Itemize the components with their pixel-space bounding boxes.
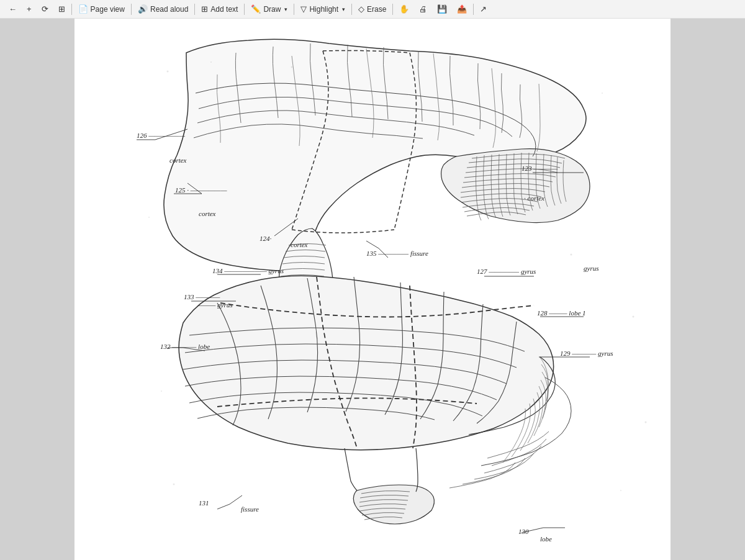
- print-button[interactable]: 🖨: [414, 1, 432, 17]
- label-134: 134 ——————— gyrus: [212, 267, 284, 274]
- label-123: 123 ————: [522, 165, 558, 172]
- svg-point-34: [645, 422, 647, 423]
- svg-point-35: [620, 490, 621, 491]
- save-button[interactable]: 💾: [432, 1, 452, 17]
- label-133: 133 ————: [184, 293, 220, 300]
- label-cortex1: cortex: [169, 156, 187, 164]
- toolbar: ← + ⟳ ⊞ 📄 Page view 🔊 Read aloud ⊞ Add t…: [0, 0, 745, 19]
- label-129: 129 ———— gyrus: [560, 350, 613, 357]
- svg-point-26: [167, 71, 169, 73]
- more-button[interactable]: ↗: [475, 1, 492, 17]
- label-135: 135 ————— fissure: [366, 250, 428, 257]
- more-icon: ↗: [480, 5, 487, 13]
- svg-point-28: [291, 66, 293, 68]
- read-aloud-icon: 🔊: [138, 5, 148, 13]
- back-button[interactable]: ←: [4, 1, 22, 17]
- add-button[interactable]: +: [22, 1, 37, 17]
- history-button[interactable]: ⟳: [37, 1, 53, 17]
- label-130: 130: [518, 528, 529, 535]
- svg-point-27: [210, 61, 212, 63]
- save-icon: 💾: [437, 5, 447, 13]
- history-icon: ⟳: [42, 5, 48, 13]
- read-aloud-button[interactable]: 🔊 Read aloud: [133, 1, 193, 17]
- svg-point-30: [571, 254, 572, 256]
- label-133-gyrus: ——— gyrus: [197, 301, 233, 309]
- label-131: 131: [199, 499, 209, 507]
- brain-diagram: 126 —————— cortex 125 · —————— cortex 12…: [74, 19, 670, 560]
- back-icon: ←: [9, 5, 17, 13]
- draw-chevron-icon: ▾: [284, 6, 287, 12]
- svg-point-29: [602, 93, 603, 94]
- export-button[interactable]: 📤: [452, 1, 472, 17]
- erase-button[interactable]: ◇ Erase: [353, 1, 391, 17]
- sep1: [71, 4, 72, 15]
- svg-point-36: [173, 484, 175, 485]
- hand-icon: ✋: [399, 5, 409, 13]
- document-page: 126 —————— cortex 125 · —————— cortex 12…: [74, 19, 670, 560]
- highlight-icon: ▽: [300, 5, 307, 13]
- add-text-label: Add text: [210, 5, 238, 14]
- draw-label: Draw: [263, 5, 281, 14]
- sep5: [294, 4, 294, 15]
- sep6: [351, 4, 352, 15]
- label-cortex4: · cortex: [524, 194, 544, 202]
- label-128: 128 ——— lobe 1: [537, 309, 586, 317]
- print-icon: 🖨: [419, 5, 427, 13]
- highlight-label: Highlight: [309, 5, 338, 14]
- svg-point-31: [148, 217, 150, 218]
- label-cortex2: cortex: [199, 210, 216, 217]
- read-aloud-label: Read aloud: [150, 5, 188, 14]
- brain-svg: 126 —————— cortex 125 · —————— cortex 12…: [74, 19, 670, 560]
- add-text-button[interactable]: ⊞ Add text: [196, 1, 243, 17]
- label-125: 125 · ——————: [175, 186, 227, 194]
- draw-icon: ✏️: [251, 5, 261, 13]
- sep8: [473, 4, 474, 15]
- sep4: [244, 4, 245, 15]
- svg-point-32: [633, 316, 634, 318]
- sep7: [392, 4, 393, 15]
- main-content: 126 —————— cortex 125 · —————— cortex 12…: [0, 19, 745, 560]
- draw-button[interactable]: ✏️ Draw ▾: [246, 1, 292, 17]
- add-text-icon: ⊞: [201, 5, 208, 13]
- erase-icon: ◇: [358, 5, 364, 13]
- label-127: 127 ————— gyrus: [477, 268, 536, 275]
- page-view-label: Page view: [91, 5, 125, 14]
- page-icon: 📄: [78, 5, 88, 13]
- sep3: [194, 4, 195, 15]
- page-view-button[interactable]: 📄 Page view: [73, 1, 130, 17]
- sep2: [131, 4, 132, 15]
- hand-button[interactable]: ✋: [394, 1, 414, 17]
- highlight-chevron-icon: ▾: [342, 6, 345, 12]
- label-132: 132 ———— lobe: [160, 343, 210, 350]
- label-lobe3: lobe: [540, 535, 552, 543]
- export-icon: 📤: [457, 5, 467, 13]
- plus-icon: +: [27, 5, 32, 13]
- label-124: 124·: [260, 235, 272, 242]
- table-button[interactable]: ⊞: [53, 1, 70, 17]
- label-126: 126 ——————: [137, 132, 185, 139]
- label-cortex3: cortex: [291, 241, 308, 248]
- label-gyrus-right: gyrus: [584, 264, 598, 272]
- svg-point-33: [161, 391, 162, 392]
- highlight-button[interactable]: ▽ Highlight ▾: [296, 1, 350, 17]
- erase-label: Erase: [367, 5, 386, 14]
- label-fissure2: fissure: [241, 505, 259, 513]
- table-icon: ⊞: [58, 5, 65, 13]
